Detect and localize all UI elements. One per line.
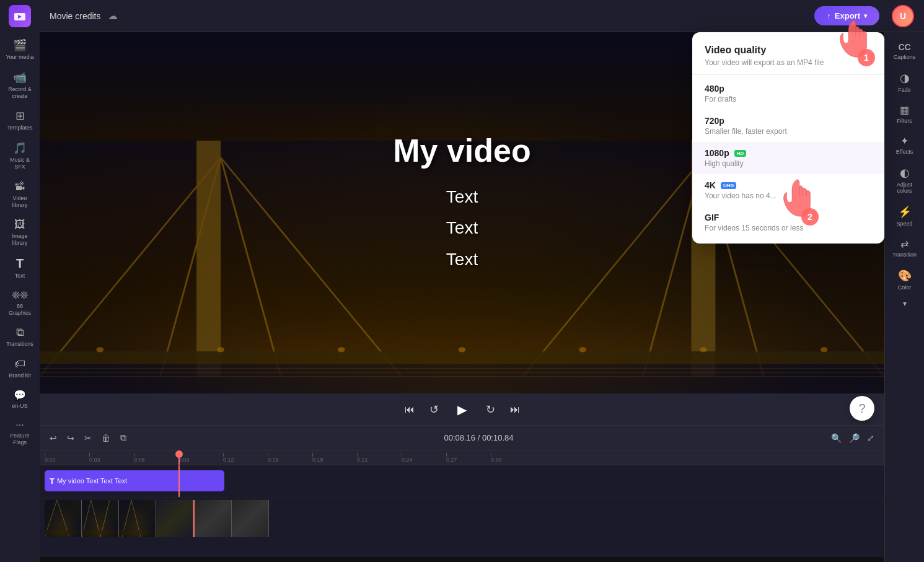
feature-flags-icon: ···: [15, 419, 24, 431]
transition-icon: ⇄: [900, 238, 909, 250]
help-button[interactable]: ?: [850, 396, 874, 421]
expand-timeline-button[interactable]: ⤢: [865, 431, 877, 446]
timeline-time-display: 00:08.16 / 00:10.84: [134, 433, 824, 442]
redo-button[interactable]: ↪: [64, 431, 77, 446]
record-icon: 📹: [13, 71, 27, 84]
ruler-mark-5: 0:15: [268, 453, 279, 463]
quality-option-4k[interactable]: 4K UHD Your video has no 4...: [692, 174, 884, 206]
quality-dropdown-subtitle: Your video will export as an MP4 file: [692, 58, 884, 74]
image-library-icon: 🖼: [14, 218, 25, 231]
right-panel-effects[interactable]: ✦ Effects: [887, 130, 922, 160]
quality-option-1080p[interactable]: 1080p HD High quality: [692, 142, 884, 174]
hd-badge: HD: [734, 150, 747, 157]
play-button[interactable]: ▶: [451, 398, 473, 421]
undo-button[interactable]: ↩: [47, 431, 59, 446]
app-logo[interactable]: [9, 5, 31, 27]
sidebar-item-image-library[interactable]: 🖼 Image library: [2, 214, 37, 250]
sidebar-item-music-sfx[interactable]: 🎵 Music & SFX: [2, 138, 37, 174]
right-panel-fade[interactable]: ◑ Fade: [887, 66, 922, 98]
quality-divider: [692, 74, 884, 75]
svg-point-18: [459, 347, 466, 352]
quality-option-gif[interactable]: GIF For videos 15 seconds or less: [692, 206, 884, 239]
right-panel-chevron-down[interactable]: ▾: [903, 299, 907, 308]
svg-rect-38: [119, 530, 156, 535]
zoom-out-button[interactable]: 🔍: [829, 431, 844, 446]
quality-480p-label: 480p: [705, 84, 872, 94]
sidebar-item-video-library[interactable]: 📽 Video library: [2, 177, 37, 213]
quality-option-720p[interactable]: 720p Smaller file, faster export: [692, 110, 884, 142]
delete-button[interactable]: 🗑: [99, 431, 113, 446]
ruler-mark-6: 0:18: [312, 453, 323, 463]
right-panel: CC Captions ◑ Fade ▦ Filters ✦ Effects ◐…: [884, 32, 924, 562]
sidebar-item-your-media[interactable]: 🎬 Your media: [2, 35, 37, 64]
sidebar-item-graphics[interactable]: ❊❊ 88 Graphics: [2, 286, 37, 320]
filters-icon: ▦: [900, 104, 909, 116]
quality-480p-desc: For drafts: [705, 95, 872, 103]
quality-option-480p[interactable]: 480p For drafts: [692, 77, 884, 110]
cut-button[interactable]: ✂: [82, 431, 94, 446]
ruler-mark-10: 0:30: [491, 453, 502, 463]
page-title: Movie credits: [50, 11, 100, 21]
text-track-row: T My video Text Text Text: [40, 465, 884, 498]
export-arrow-icon: ↑: [827, 11, 831, 20]
ruler-mark-4: 0:12: [223, 453, 234, 463]
speed-icon: ⚡: [898, 205, 912, 219]
timeline-tracks[interactable]: T My video Text Text Text: [40, 465, 884, 557]
text-icon: T: [16, 257, 24, 271]
right-panel-captions[interactable]: CC Captions: [887, 37, 922, 65]
video-clip-thumb-6: [232, 500, 269, 537]
replay-5-button[interactable]: ↺: [427, 400, 441, 419]
sidebar-item-brand-kit[interactable]: 🏷 Brand kit: [2, 354, 37, 383]
video-track-clips[interactable]: [45, 500, 342, 537]
templates-icon: ⊞: [15, 109, 25, 123]
ruler-mark-9: 0:27: [446, 453, 457, 463]
media-icon: 🎬: [13, 38, 27, 52]
color-icon: 🎨: [898, 269, 912, 283]
export-button[interactable]: ↑ Export ▾: [814, 6, 879, 25]
right-panel-transition[interactable]: ⇄ Transition: [887, 233, 922, 263]
video-clip-thumb-1: [45, 500, 82, 537]
text-track-clip[interactable]: T My video Text Text Text: [45, 470, 224, 491]
quality-1080p-label: 1080p HD: [705, 148, 872, 158]
brand-kit-icon: 🏷: [14, 358, 25, 371]
skip-forward-button[interactable]: ⏭: [508, 402, 522, 418]
video-clip-thumb-3: [119, 500, 156, 537]
ruler-mark-0: 0:00: [45, 453, 56, 463]
sidebar-item-record-create[interactable]: 📹 Record & create: [2, 67, 37, 103]
timeline-scrollbar[interactable]: [40, 557, 884, 562]
quality-720p-label: 720p: [705, 116, 872, 126]
quality-gif-label: GIF: [705, 213, 872, 222]
svg-point-17: [338, 347, 345, 352]
graphics-icon: ❊❊: [12, 289, 28, 301]
right-panel-filters[interactable]: ▦ Filters: [887, 99, 922, 129]
subtitle-line-1: Text: [446, 182, 478, 213]
forward-5-button[interactable]: ↻: [483, 400, 498, 419]
sidebar-item-transitions[interactable]: ⧉ Transitions: [2, 322, 37, 351]
quality-dropdown-title: Video quality: [692, 45, 884, 58]
sidebar-item-en-us[interactable]: 💬 en-US: [2, 385, 37, 413]
svg-point-19: [579, 347, 586, 352]
text-track-icon: T: [50, 476, 55, 486]
right-panel-adjust-colors[interactable]: ◐ Adjust colors: [887, 161, 922, 199]
playhead-ruler: [178, 450, 180, 465]
duplicate-button[interactable]: ⧉: [118, 430, 129, 446]
captions-icon: CC: [898, 42, 910, 52]
user-avatar[interactable]: U: [892, 5, 914, 27]
video-track-row: [40, 498, 884, 542]
transitions-icon: ⧉: [16, 326, 24, 339]
svg-rect-29: [45, 530, 82, 535]
sidebar-item-feature-flags[interactable]: ··· Feature Flags: [2, 416, 37, 450]
svg-point-21: [821, 347, 828, 352]
ruler-mark-2: 0:06: [134, 453, 145, 463]
right-panel-color[interactable]: 🎨 Color: [887, 264, 922, 296]
skip-back-button[interactable]: ⏮: [402, 402, 417, 418]
zoom-in-button[interactable]: 🔎: [847, 431, 862, 446]
subtitle-line-3: Text: [446, 244, 478, 275]
uhd-badge: UHD: [721, 182, 736, 189]
svg-point-15: [97, 347, 104, 352]
export-chevron-icon: ▾: [864, 12, 867, 19]
sidebar-item-templates[interactable]: ⊞ Templates: [2, 105, 37, 135]
sidebar-item-text[interactable]: T Text: [2, 253, 37, 283]
right-panel-speed[interactable]: ⚡ Speed: [887, 200, 922, 232]
quality-dropdown: Video quality Your video will export as …: [692, 32, 884, 244]
